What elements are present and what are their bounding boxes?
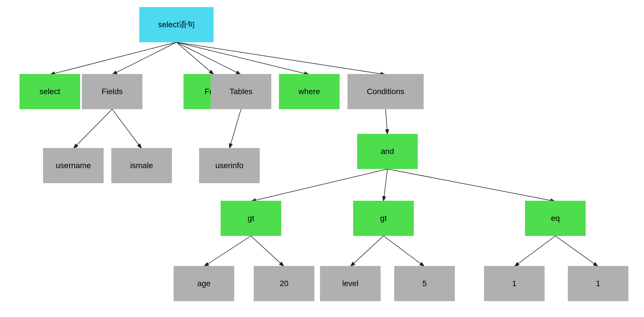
node-userinfo: userinfo bbox=[199, 148, 260, 183]
svg-line-25 bbox=[73, 109, 112, 149]
svg-line-30 bbox=[383, 169, 387, 201]
svg-line-23 bbox=[176, 42, 309, 75]
node-username: username bbox=[43, 148, 104, 183]
svg-line-28 bbox=[386, 109, 388, 134]
node-tables: Tables bbox=[211, 74, 271, 109]
svg-line-31 bbox=[387, 169, 555, 201]
svg-line-26 bbox=[112, 109, 142, 149]
svg-line-19 bbox=[50, 42, 176, 75]
node-gt2: gt bbox=[353, 201, 414, 236]
node-gt1: gt bbox=[221, 201, 281, 236]
node-fields: Fields bbox=[82, 74, 142, 109]
svg-line-20 bbox=[112, 42, 176, 75]
svg-line-34 bbox=[350, 236, 383, 267]
node-where: where bbox=[279, 74, 340, 109]
tree-diagram: select语句selectFieldsFromTableswhereCondi… bbox=[0, 0, 644, 317]
svg-line-24 bbox=[176, 42, 386, 75]
node-root: select语句 bbox=[139, 7, 214, 42]
node-conditions: Conditions bbox=[347, 74, 424, 109]
svg-line-27 bbox=[229, 109, 241, 149]
node-level: level bbox=[320, 266, 381, 301]
svg-line-22 bbox=[176, 42, 241, 75]
node-one1: 1 bbox=[484, 266, 545, 301]
svg-line-36 bbox=[514, 236, 555, 267]
node-twenty: 20 bbox=[254, 266, 314, 301]
node-select: select bbox=[20, 74, 80, 109]
svg-line-29 bbox=[251, 169, 387, 201]
svg-line-32 bbox=[204, 236, 251, 267]
node-and: and bbox=[357, 134, 418, 169]
node-one2: 1 bbox=[568, 266, 628, 301]
svg-line-37 bbox=[555, 236, 598, 267]
svg-line-35 bbox=[383, 236, 425, 267]
node-eq: eq bbox=[525, 201, 586, 236]
node-five: 5 bbox=[394, 266, 455, 301]
svg-line-21 bbox=[176, 42, 214, 75]
node-age: age bbox=[174, 266, 234, 301]
node-ismale: ismale bbox=[111, 148, 172, 183]
svg-line-33 bbox=[251, 236, 284, 267]
